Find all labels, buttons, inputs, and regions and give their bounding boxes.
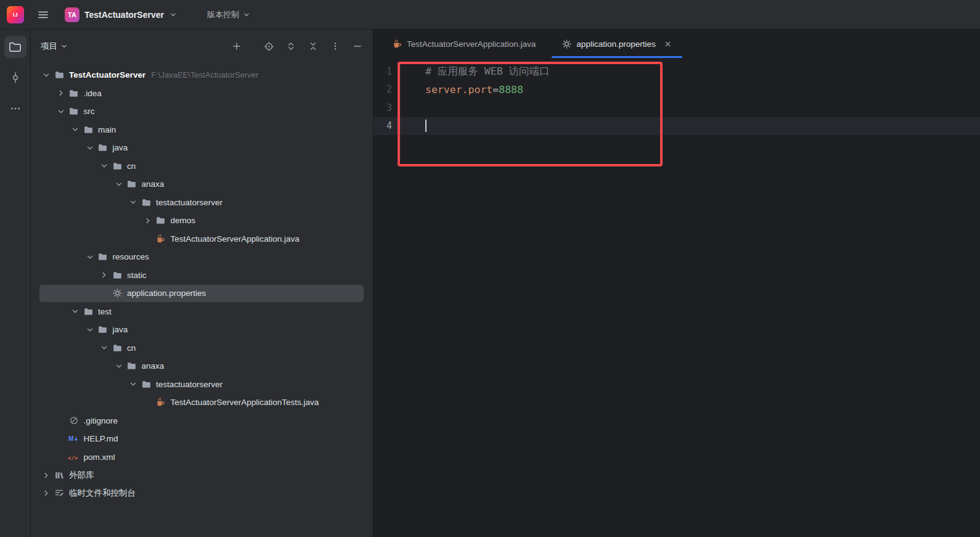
tree-item-path: F:\JavaEE\TestActuatorServer bbox=[151, 70, 258, 80]
tree-item[interactable]: java bbox=[31, 321, 373, 339]
code-line: 1# 应用服务 WEB 访问端口 bbox=[374, 62, 980, 81]
ide-window: IJ TA TestActuatorServer 版本控制 项目 TestAct… bbox=[0, 0, 980, 537]
rail-project-button[interactable] bbox=[4, 36, 27, 58]
chevron-right-icon[interactable] bbox=[54, 86, 68, 100]
tree-item-label: cn bbox=[127, 343, 136, 353]
tree-item[interactable]: resources bbox=[31, 248, 373, 266]
folder-icon bbox=[155, 215, 167, 227]
folder-icon bbox=[53, 69, 65, 81]
tree-item[interactable]: TestActuatorServerApplication.java bbox=[31, 230, 373, 248]
editor-tab[interactable]: TestActuatorServerApplication.java bbox=[382, 30, 545, 58]
chevron-down-icon[interactable] bbox=[68, 305, 82, 318]
project-panel-title: 项目 bbox=[41, 41, 57, 52]
tree-item[interactable]: MHELP.md bbox=[31, 430, 373, 448]
folder-icon bbox=[68, 87, 80, 99]
line-number: 2 bbox=[374, 84, 392, 95]
gear-icon bbox=[111, 287, 123, 300]
chevron-down-icon[interactable] bbox=[54, 105, 68, 118]
code-line: 3 bbox=[374, 99, 980, 117]
tree-item-label: TestActuatorServerApplicationTests.java bbox=[171, 398, 319, 407]
project-widget[interactable]: TA TestActuatorServer bbox=[65, 7, 178, 22]
tree-item[interactable]: .gitignore bbox=[31, 412, 373, 430]
editor-tab[interactable]: application.properties bbox=[552, 30, 682, 58]
tree-item[interactable]: testactuatorserver bbox=[31, 375, 373, 394]
code-text[interactable]: server.port=8888 bbox=[392, 84, 523, 96]
chevron-right-icon[interactable] bbox=[97, 268, 111, 282]
java-class-icon bbox=[392, 39, 402, 49]
tree-item[interactable]: .idea bbox=[31, 84, 373, 103]
close-icon[interactable] bbox=[663, 39, 672, 49]
tree-item[interactable]: cn bbox=[31, 339, 373, 358]
project-folder-icon bbox=[8, 40, 22, 54]
main-menu-button[interactable] bbox=[34, 6, 52, 24]
code-text[interactable] bbox=[392, 120, 427, 132]
tree-item-label: 外部库 bbox=[69, 470, 94, 481]
add-button[interactable] bbox=[230, 39, 243, 53]
tree-item-label: .idea bbox=[84, 89, 102, 98]
tree-item[interactable]: anaxa bbox=[31, 357, 373, 375]
tree-item-label: TestActuatorServerApplication.java bbox=[171, 234, 300, 244]
folder-icon bbox=[140, 378, 152, 390]
locate-button[interactable] bbox=[262, 39, 276, 53]
tree-item[interactable]: test bbox=[31, 303, 373, 321]
folder-icon bbox=[97, 251, 109, 263]
tree-item[interactable]: java bbox=[31, 139, 373, 157]
tree-item[interactable]: TestActuatorServerApplicationTests.java bbox=[31, 393, 373, 412]
commit-icon bbox=[9, 72, 22, 84]
chevron-right-icon[interactable] bbox=[39, 486, 53, 500]
folder-icon bbox=[97, 324, 109, 336]
tree-item-label: pom.xml bbox=[84, 453, 115, 462]
tree-item[interactable]: static bbox=[31, 266, 373, 285]
editor-area: TestActuatorServerApplication.javaapplic… bbox=[374, 30, 980, 537]
tree-item[interactable]: src bbox=[31, 102, 373, 121]
project-panel-toolbar bbox=[230, 39, 364, 53]
gear-icon bbox=[561, 39, 572, 49]
chevron-down-icon[interactable] bbox=[126, 377, 140, 391]
chevron-down-icon[interactable] bbox=[83, 323, 97, 337]
folder-icon bbox=[68, 105, 80, 118]
tree-item[interactable]: </>pom.xml bbox=[31, 448, 373, 467]
chevron-down-icon[interactable] bbox=[112, 359, 126, 373]
tree-item-label: testactuatorserver bbox=[156, 380, 223, 389]
gitignore-icon bbox=[68, 414, 80, 427]
tree-item-label: demos bbox=[171, 216, 196, 225]
hide-button[interactable] bbox=[351, 39, 364, 53]
tree-item[interactable]: application.properties bbox=[31, 284, 373, 303]
expand-all-button[interactable] bbox=[284, 39, 298, 53]
tree-item[interactable]: main bbox=[31, 121, 373, 139]
tree-item[interactable]: testactuatorserver bbox=[31, 194, 373, 212]
chevron-down-icon[interactable] bbox=[112, 178, 126, 191]
main-toolbar: IJ TA TestActuatorServer 版本控制 bbox=[0, 0, 980, 30]
tree-item[interactable]: cn bbox=[31, 157, 373, 176]
chevron-down-icon[interactable] bbox=[83, 141, 97, 155]
tree-item[interactable]: 临时文件和控制台 bbox=[31, 485, 373, 503]
code-text[interactable]: # 应用服务 WEB 访问端口 bbox=[392, 65, 550, 78]
chevron-down-icon[interactable] bbox=[97, 159, 111, 173]
tree-item[interactable]: TestActuatorServerF:\JavaEE\TestActuator… bbox=[31, 66, 373, 84]
folder-icon bbox=[111, 342, 123, 354]
project-widget-label: TestActuatorServer bbox=[84, 10, 164, 20]
svg-text:M: M bbox=[68, 435, 73, 442]
rail-commit-button[interactable] bbox=[4, 67, 27, 89]
line-number: 4 bbox=[374, 120, 392, 131]
tree-item[interactable]: 外部库 bbox=[31, 466, 373, 485]
chevron-down-icon[interactable] bbox=[97, 341, 111, 355]
tree-item[interactable]: demos bbox=[31, 211, 373, 230]
chevron-down-icon[interactable] bbox=[68, 123, 82, 136]
chevron-right-icon[interactable] bbox=[141, 214, 155, 228]
chevron-down-icon[interactable] bbox=[126, 195, 140, 209]
chevron-down-icon bbox=[60, 42, 68, 51]
tree-item-label: src bbox=[84, 107, 95, 116]
options-button[interactable] bbox=[329, 39, 342, 53]
vcs-widget[interactable]: 版本控制 bbox=[207, 9, 251, 20]
tree-item[interactable]: anaxa bbox=[31, 175, 373, 194]
project-view-selector[interactable]: 项目 bbox=[41, 41, 68, 52]
more-vertical-icon bbox=[330, 41, 340, 51]
rail-more-button[interactable] bbox=[4, 97, 27, 120]
chevron-down-icon[interactable] bbox=[39, 68, 53, 82]
java-class-icon bbox=[155, 396, 167, 409]
collapse-all-button[interactable] bbox=[306, 39, 320, 53]
locate-target-icon bbox=[264, 41, 274, 52]
chevron-right-icon[interactable] bbox=[39, 469, 53, 482]
chevron-down-icon[interactable] bbox=[83, 250, 97, 264]
